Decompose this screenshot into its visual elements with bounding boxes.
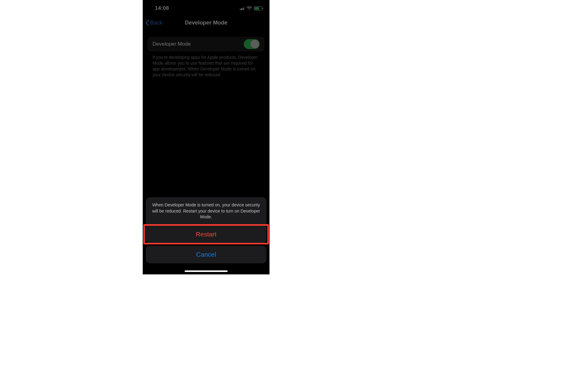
- battery-charging-icon: ⚡︎: [254, 6, 262, 10]
- developer-mode-description: If you're developing apps for Apple prod…: [148, 55, 265, 78]
- status-bar: 14:08 ⚡︎: [143, 4, 270, 13]
- status-icons: ⚡︎: [240, 6, 262, 10]
- cellular-icon: [240, 6, 245, 10]
- action-sheet: When Developer Mode is turned on, your d…: [146, 197, 266, 263]
- page-title: Developer Mode: [143, 16, 270, 29]
- developer-mode-row[interactable]: Developer Mode: [148, 37, 265, 51]
- action-sheet-cancel-group: Cancel: [146, 246, 266, 263]
- toggle-knob: [251, 40, 259, 48]
- action-sheet-message: When Developer Mode is turned on, your d…: [146, 197, 266, 225]
- action-sheet-main: When Developer Mode is turned on, your d…: [146, 197, 266, 243]
- content: Developer Mode If you're developing apps…: [143, 37, 270, 78]
- restart-button[interactable]: Restart: [146, 225, 266, 243]
- phone-frame: 14:08 ⚡︎: [143, 0, 270, 274]
- status-time: 14:08: [155, 5, 169, 11]
- wifi-icon: [247, 6, 252, 10]
- cancel-button[interactable]: Cancel: [146, 246, 266, 263]
- home-indicator[interactable]: [185, 270, 228, 272]
- developer-mode-label: Developer Mode: [153, 41, 191, 47]
- nav-bar: Back Developer Mode: [143, 16, 270, 29]
- developer-mode-toggle[interactable]: [244, 39, 260, 49]
